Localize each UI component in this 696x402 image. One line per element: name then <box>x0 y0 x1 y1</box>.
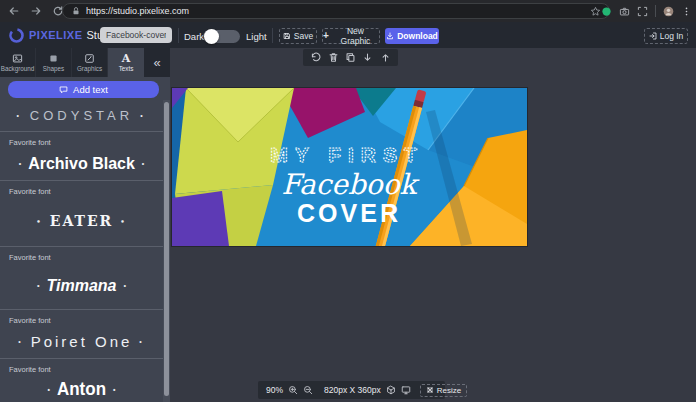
bullet: • <box>18 338 23 345</box>
bullet: • <box>113 385 115 393</box>
canvas-text-line2[interactable]: Facebook <box>281 168 419 201</box>
brand-name: PIXELIXE <box>29 29 83 41</box>
profile-avatar[interactable] <box>663 6 674 17</box>
preview-3d-button[interactable] <box>386 385 396 395</box>
favorite-font-label: Favorite font <box>9 187 163 196</box>
bookmark-star-icon[interactable] <box>590 6 601 17</box>
arrow-up-icon <box>380 52 391 63</box>
image-icon <box>12 53 23 64</box>
pencil-square-icon <box>84 53 95 64</box>
facebook-cover-artwork: MY FIRST Facebook COVER <box>172 88 527 246</box>
graphic-title-input[interactable] <box>100 27 172 43</box>
font-item-poiret-one[interactable]: Favorite font • Poiret One • <box>0 310 163 359</box>
sidebar-tabbar: Background Shapes Graphics A Texts « <box>0 48 170 77</box>
save-button[interactable]: Save <box>279 28 317 44</box>
floppy-icon <box>283 32 291 40</box>
browser-back-icon[interactable] <box>6 3 22 19</box>
bottom-toolbar: 90% 820px X 360px Resize <box>258 381 445 399</box>
green-extension-icon[interactable] <box>601 6 612 17</box>
undo-icon <box>310 52 321 63</box>
pixelixe-logo <box>8 27 25 44</box>
collapse-sidebar-icon[interactable]: « <box>144 48 170 77</box>
font-name: CODYSTAR <box>30 108 133 123</box>
font-name: Archivo Black <box>28 155 135 173</box>
sidebar-panel: Add text • CODYSTAR • Favorite font • Ar… <box>0 77 170 402</box>
resize-button[interactable]: Resize <box>420 384 467 397</box>
browser-forward-icon[interactable] <box>28 3 44 19</box>
divider <box>655 5 656 17</box>
add-text-button[interactable]: Add text <box>8 81 159 98</box>
font-name: Poiret One <box>31 333 133 350</box>
font-item-eater[interactable]: Favorite font • EATER • <box>0 181 163 247</box>
browser-menu-icon[interactable] <box>681 6 692 17</box>
font-item-anton[interactable]: Favorite font • Anton • <box>0 359 163 402</box>
shapes-icon <box>48 53 59 64</box>
tab-background[interactable]: Background <box>0 48 36 77</box>
divider <box>272 28 273 43</box>
bullet: • <box>142 160 144 167</box>
favorite-font-label: Favorite font <box>9 316 163 325</box>
tab-texts[interactable]: A Texts <box>108 48 144 77</box>
bullet: • <box>123 282 125 289</box>
copy-icon <box>345 52 356 63</box>
pixelixe-studio-app: https://studio.pixelixe.com <box>0 0 696 402</box>
download-icon <box>386 32 394 40</box>
bullet: • <box>19 160 21 167</box>
new-graphic-button[interactable]: + New Graphic <box>322 28 380 44</box>
bullet: • <box>48 385 50 393</box>
font-item-archivo-black[interactable]: Favorite font • Archivo Black • <box>0 132 163 181</box>
speech-bubble-icon <box>59 85 68 94</box>
move-layer-up-button[interactable] <box>379 51 392 64</box>
screen-preview-button[interactable] <box>401 385 411 395</box>
capture-extension-icon[interactable] <box>637 6 648 17</box>
duplicate-button[interactable] <box>344 51 357 64</box>
zoom-in-icon <box>288 385 298 395</box>
browser-bar: https://studio.pixelixe.com <box>0 0 696 22</box>
toggle-knob[interactable] <box>204 29 219 44</box>
canvas-text-line1[interactable]: MY FIRST <box>270 143 424 166</box>
browser-extensions-area <box>601 0 692 22</box>
canvas-dimensions: 820px X 360px <box>324 385 381 395</box>
trash-icon <box>328 52 339 63</box>
move-layer-down-button[interactable] <box>361 51 374 64</box>
plus-icon: + <box>323 31 329 41</box>
scrollbar-thumb[interactable] <box>164 102 169 396</box>
tab-graphics[interactable]: Graphics <box>72 48 108 77</box>
theme-toggle[interactable] <box>203 30 240 43</box>
lock-icon <box>71 6 81 16</box>
divider <box>178 28 179 43</box>
canvas-text-line3[interactable]: COVER <box>297 199 401 227</box>
camera-extension-icon[interactable] <box>619 6 630 17</box>
canvas-toolbar <box>303 49 398 66</box>
font-item-timmana[interactable]: Favorite font • Timmana • <box>0 247 163 310</box>
favorite-font-label: Favorite font <box>9 253 163 262</box>
url-text: https://studio.pixelixe.com <box>86 6 590 16</box>
resize-arrows-icon <box>426 386 434 394</box>
app-header: PIXELIXE Studio Dark Light Save + New Gr… <box>0 22 696 48</box>
login-button[interactable]: Log In <box>644 28 688 44</box>
zoom-out-button[interactable] <box>303 385 313 395</box>
undo-button[interactable] <box>309 51 322 64</box>
delete-button[interactable] <box>327 51 340 64</box>
font-name: Anton <box>57 378 106 400</box>
light-mode-label: Light <box>246 31 267 42</box>
bullet: • <box>36 218 42 225</box>
tab-shapes[interactable]: Shapes <box>36 48 72 77</box>
font-name: EATER <box>50 213 114 229</box>
download-button[interactable]: Download <box>385 28 439 44</box>
cube-icon <box>386 385 396 395</box>
design-canvas[interactable]: MY FIRST Facebook COVER <box>172 88 527 246</box>
sidebar-scrollbar <box>163 100 170 402</box>
zoom-level: 90% <box>266 385 283 395</box>
bullet: • <box>16 112 22 119</box>
text-a-icon: A <box>122 53 131 64</box>
zoom-in-button[interactable] <box>288 385 298 395</box>
login-icon <box>649 32 657 40</box>
bullet: • <box>140 112 146 119</box>
arrow-down-icon <box>362 52 373 63</box>
zoom-out-icon <box>303 385 313 395</box>
address-bar[interactable]: https://studio.pixelixe.com <box>62 3 610 19</box>
bullet: • <box>139 338 144 345</box>
dark-mode-label: Dark <box>184 31 204 42</box>
font-item-codystar[interactable]: • CODYSTAR • <box>0 100 163 132</box>
